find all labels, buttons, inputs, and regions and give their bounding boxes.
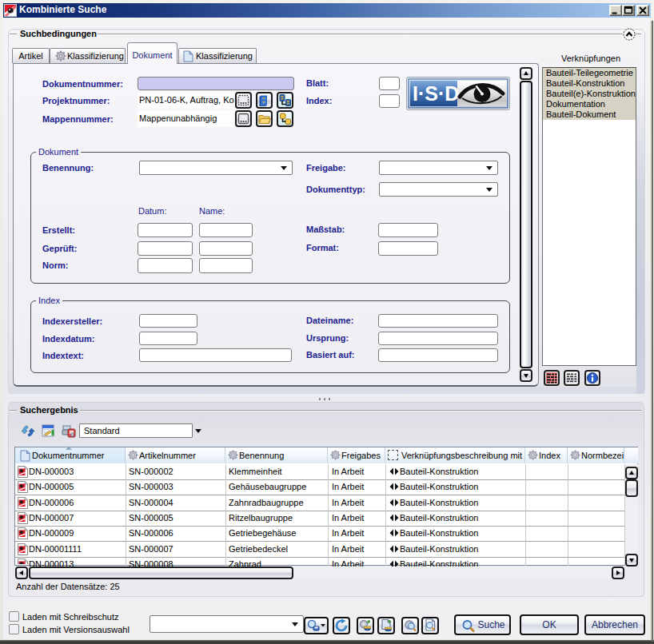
svg-text:I·S·D: I·S·D [413, 82, 459, 105]
